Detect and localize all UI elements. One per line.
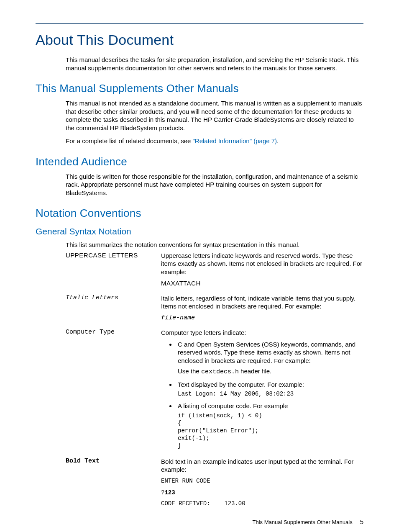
example-enter-run: ENTER RUN CODE [161,477,363,485]
example-123: ?123 [161,489,363,496]
def-italic: Italic letters, regardless of font, indi… [161,294,363,326]
def-italic-text: Italic letters, regardless of font, indi… [161,294,363,311]
supplements-p2-pre: For a complete list of related documents… [66,137,192,144]
heading-notation: Notation Conventions [36,207,363,220]
intro-paragraph: This manual describes the tasks for site… [66,56,363,72]
term-computer: Computer Type [66,329,161,336]
example-code-received: CODE RECEIVED: 123.00 [161,500,363,507]
row-computer: Computer Type Computer type letters indi… [66,329,363,454]
computer-bullets: C and Open System Services (OSS) keyword… [161,340,363,450]
notation-table: UPPERCASE LETTERS Uppercase letters indi… [66,252,363,511]
example-maxattach: MAXATTACH [161,279,363,288]
footer-text: This Manual Supplements Other Manuals [252,519,352,525]
example-listen: if (listen(sock, 1) < 0) { perror("Liste… [178,412,363,450]
bullet-display-text: Text displayed by the computer. For exam… [178,381,304,388]
row-bold: Bold Text Bold text in an example indica… [66,457,363,511]
related-info-link[interactable]: "Related Information" (page 7) [192,137,277,144]
bullet-oss-text: C and Open System Services (OSS) keyword… [178,341,356,364]
def-computer-intro: Computer type letters indicate: [161,329,363,337]
heading-syntax-notation: General Syntax Notation [36,226,363,236]
heading-supplements: This Manual Supplements Other Manuals [36,82,363,95]
term-italic: Italic Letters [66,294,161,301]
term-uppercase: UPPERCASE LETTERS [66,252,161,259]
def-bold-text: Bold text in an example indicates user i… [161,457,363,474]
audience-p1: This guide is written for those responsi… [66,172,363,197]
supplements-p2: For a complete list of related documents… [66,137,363,145]
bullet-oss: C and Open System Services (OSS) keyword… [176,340,363,376]
page-footer: This Manual Supplements Other Manuals 5 [36,518,363,525]
supplements-p2-post: . [277,137,279,144]
footer-page-number: 5 [360,518,363,525]
def-bold: Bold text in an example indicates user i… [161,457,363,511]
notation-intro: This list summarizes the notation conven… [66,241,363,249]
page-title: About This Document [36,32,363,48]
bullet-listing: A listing of computer code. For example … [176,402,363,450]
use-code: cextdecs.h [201,368,239,375]
bullet-listing-text: A listing of computer code. For example [178,402,288,409]
heading-audience: Intended Audience [36,155,363,168]
def-uppercase-text: Uppercase letters indicate keywords and … [161,252,363,276]
top-rule [36,23,363,24]
page-container: About This Document This manual describe… [0,0,399,532]
row-uppercase: UPPERCASE LETTERS Uppercase letters indi… [66,252,363,291]
term-bold: Bold Text [66,457,161,465]
use-pre: Use the [178,368,201,375]
def-uppercase: Uppercase letters indicate keywords and … [161,252,363,291]
use-post: header file. [239,368,271,375]
row-italic: Italic Letters Italic letters, regardles… [66,294,363,326]
def-computer: Computer type letters indicate: C and Op… [161,329,363,454]
example-filename: file-name [161,314,363,322]
ex2-b: 123 [164,489,175,496]
bullet-oss-use: Use the cextdecs.h header file. [178,367,363,376]
example-logon: Last Logon: 14 May 2006, 08:02:23 [178,390,363,398]
bullet-display: Text displayed by the computer. For exam… [176,380,363,398]
supplements-p1: This manual is not intended as a standal… [66,99,363,132]
